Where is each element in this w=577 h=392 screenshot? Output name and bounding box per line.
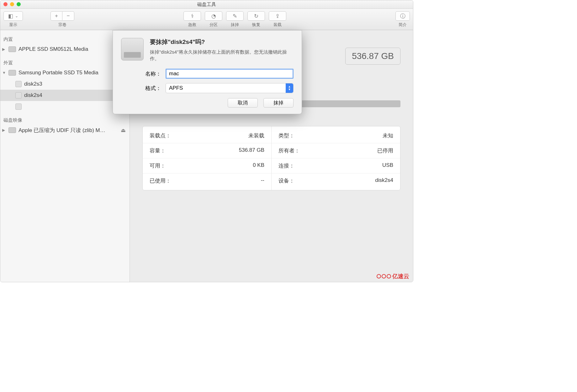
cancel-button[interactable]: 取消 — [228, 98, 258, 108]
sidebar-item-label: disk2s3 — [24, 81, 42, 87]
watermark: 亿速云 — [377, 273, 409, 280]
info-button[interactable]: ⓘ — [395, 11, 410, 21]
sidebar: 内置 ▶ APPLE SSD SM0512L Media 外置 ▼ Samsun… — [0, 30, 130, 282]
view-button[interactable]: ◧ ⌄ — [3, 11, 23, 21]
firstaid-button[interactable]: ⚕ — [183, 11, 201, 21]
sidebar-item-internal-disk[interactable]: ▶ APPLE SSD SM0512L Media — [0, 44, 130, 55]
partition-label: 分区 — [209, 22, 218, 28]
restore-label: 恢复 — [252, 22, 260, 28]
sidebar-item-volume-empty[interactable] — [0, 101, 130, 112]
info-row: 连接：USB — [272, 158, 400, 173]
watermark-logo-icon — [377, 274, 391, 278]
harddisk-icon — [121, 38, 144, 61]
format-select-value: APFS — [169, 85, 183, 91]
mount-icon: ⇪ — [275, 13, 280, 19]
name-input[interactable] — [166, 69, 294, 79]
sidebar-item-external-disk[interactable]: ▼ Samsung Portable SSD T5 Media — [0, 67, 130, 78]
name-field-label: 名称： — [139, 70, 161, 77]
dialog-description: 抹掉"disk2s4"将永久抹掉储存在上面的所有数据。您无法撤销此操作。 — [150, 49, 294, 62]
sidebar-item-volume-selected[interactable]: disk2s4 — [0, 90, 130, 101]
disk-icon — [8, 46, 16, 52]
volume-label: 宗卷 — [58, 22, 66, 28]
traffic-lights — [3, 2, 21, 6]
info-row: 可用：0 KB — [143, 158, 271, 173]
eject-icon[interactable]: ⏏ — [121, 127, 126, 134]
mount-label: 装载 — [273, 22, 282, 28]
info-icon: ⓘ — [400, 13, 405, 20]
sidebar-item-label: disk2s4 — [24, 92, 42, 98]
caret-down-icon: ▼ — [2, 71, 6, 75]
disk-icon — [8, 70, 16, 76]
erase-icon: ✎ — [233, 13, 237, 19]
view-label: 显示 — [9, 22, 17, 28]
remove-volume-button[interactable]: − — [62, 11, 74, 21]
info-row: 已使用：-- — [143, 173, 271, 188]
dialog-heading: 要抹掉"disk2s4"吗? — [150, 38, 294, 46]
sidebar-item-label: Apple 已压缩为 UDIF 只读 (zlib) M… — [19, 127, 118, 134]
sidebar-item-volume[interactable]: disk2s3 — [0, 78, 130, 90]
erase-label: 抹掉 — [231, 22, 239, 28]
info-row: 类型：未知 — [272, 128, 400, 143]
diskimage-icon — [8, 127, 16, 133]
caret-right-icon: ▶ — [2, 47, 6, 51]
select-arrows-icon: ▲▼ — [286, 83, 293, 93]
pie-icon: ◔ — [211, 13, 216, 19]
format-select[interactable]: APFS ▲▼ — [166, 83, 294, 93]
info-panel: 装载点：未装载 容量：536.87 GB 可用：0 KB 已使用：-- 类型：未… — [142, 126, 400, 190]
restore-button[interactable]: ↻ — [247, 11, 265, 21]
volume-icon — [15, 92, 22, 98]
minimize-window-button[interactable] — [10, 2, 14, 6]
capacity-badge: 536.87 GB — [345, 48, 400, 65]
mount-button[interactable]: ⇪ — [269, 11, 286, 21]
caret-right-icon: ▶ — [2, 128, 6, 132]
watermark-text: 亿速云 — [392, 273, 409, 280]
erase-confirm-button[interactable]: 抹掉 — [263, 98, 294, 108]
info-row: 所有者：已停用 — [272, 143, 400, 158]
sidebar-header-external: 外置 — [0, 58, 130, 67]
window-title: 磁盘工具 — [197, 2, 216, 8]
firstaid-label: 急救 — [188, 22, 196, 28]
add-volume-button[interactable]: + — [50, 11, 62, 21]
format-field-label: 格式： — [139, 85, 161, 92]
maximize-window-button[interactable] — [17, 2, 21, 6]
titlebar: 磁盘工具 — [0, 0, 413, 9]
sidebar-header-images: 磁盘映像 — [0, 115, 130, 124]
toolbar: ◧ ⌄ 显示 + − 宗卷 ⚕ 急救 ◔ 分区 ✎ 抹掉 — [0, 9, 413, 30]
chevron-down-icon: ⌄ — [15, 14, 18, 18]
sidebar-header-internal: 内置 — [0, 34, 130, 44]
info-row: 设备：disk2s4 — [272, 173, 400, 188]
erase-button[interactable]: ✎ — [226, 11, 244, 21]
volume-icon — [15, 103, 22, 110]
info-label: 简介 — [399, 22, 407, 28]
sidebar-item-disk-image[interactable]: ▶ Apple 已压缩为 UDIF 只读 (zlib) M… ⏏ — [0, 124, 130, 136]
volume-icon — [15, 81, 22, 87]
stethoscope-icon: ⚕ — [191, 13, 194, 19]
restore-icon: ↻ — [254, 13, 258, 19]
partition-button[interactable]: ◔ — [205, 11, 222, 21]
sidebar-item-label: Samsung Portable SSD T5 Media — [19, 70, 98, 76]
sidebar-item-label: APPLE SSD SM0512L Media — [19, 46, 88, 52]
sidebar-icon: ◧ — [8, 13, 13, 19]
info-row: 容量：536.87 GB — [143, 143, 271, 158]
erase-dialog: 要抹掉"disk2s4"吗? 抹掉"disk2s4"将永久抹掉储存在上面的所有数… — [113, 30, 302, 114]
close-window-button[interactable] — [3, 2, 8, 6]
info-row: 装载点：未装载 — [143, 128, 271, 143]
